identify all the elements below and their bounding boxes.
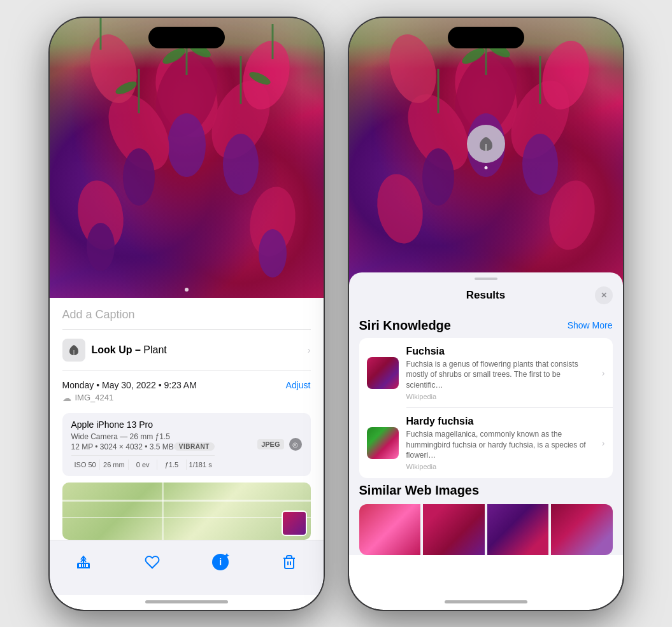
result-desc-hardy: Fuchsia magellanica, commonly known as t… <box>406 429 594 461</box>
svg-point-2 <box>168 113 206 177</box>
lookup-icon <box>62 339 85 362</box>
results-panel: Results ✕ Siri Knowledge Show More <box>349 272 623 556</box>
map-road-h2 <box>62 517 311 518</box>
web-image-3[interactable] <box>487 504 549 555</box>
camera-spec: Wide Camera — 26 mm ƒ1.5 <box>71 432 215 441</box>
date-line: Monday • May 30, 2022 • 9:23 AM Adjust <box>62 380 311 390</box>
result-desc-fuchsia: Fuchsia is a genus of flowering plants t… <box>406 359 594 391</box>
leaf-icon-large <box>477 135 495 153</box>
map-road-v <box>162 483 164 540</box>
close-icon: ✕ <box>601 291 607 300</box>
delete-button[interactable] <box>275 548 303 576</box>
exif-focal: 26 mm <box>100 460 129 470</box>
result-item-hardy[interactable]: Hardy fuchsia Fuchsia magellanica, commo… <box>359 408 613 478</box>
info-icon-container: i ✦ <box>212 554 229 570</box>
filename-text: IMG_4241 <box>75 393 114 402</box>
result-chevron-fuchsia: › <box>602 368 605 378</box>
result-info-fuchsia: Fuchsia Fuchsia is a genus of flowering … <box>406 346 594 400</box>
result-source-hardy: Wikipedia <box>406 463 594 470</box>
photo-info-section: Add a Caption Look Up – Plant › <box>50 298 324 540</box>
siri-dot <box>484 166 487 169</box>
heart-icon <box>145 554 160 570</box>
lookup-chevron-icon: › <box>308 345 311 355</box>
exif-row: ISO 50 26 mm 0 ev ƒ1.5 1/181 s <box>71 455 215 470</box>
info-button[interactable]: i ✦ <box>206 548 234 576</box>
result-item-fuchsia[interactable]: Fuchsia Fuchsia is a genus of flowering … <box>359 338 613 408</box>
sparkle-icon: ✦ <box>224 551 232 560</box>
result-chevron-hardy: › <box>602 438 605 448</box>
date-text: Monday • May 30, 2022 • 9:23 AM <box>62 380 197 390</box>
lookup-row[interactable]: Look Up – Plant › <box>62 330 311 371</box>
device-row: Apple iPhone 13 Pro Wide Camera — 26 mm … <box>62 413 311 476</box>
result-name-fuchsia: Fuchsia <box>406 346 594 357</box>
flower-svg-overlay <box>50 18 324 298</box>
result-source-fuchsia: Wikipedia <box>406 393 594 400</box>
siri-lookup-button[interactable] <box>467 125 505 163</box>
share-icon <box>76 554 91 570</box>
adjust-button[interactable]: Adjust <box>286 380 311 390</box>
results-header: Results ✕ <box>349 280 623 312</box>
phones-container: Add a Caption Look Up – Plant › <box>50 18 623 610</box>
caption-field[interactable]: Add a Caption <box>62 298 311 330</box>
format-badge: JPEG <box>257 439 283 449</box>
trash-icon <box>282 554 297 570</box>
home-bar-2 <box>445 600 527 603</box>
results-card: Fuchsia Fuchsia is a genus of flowering … <box>359 338 613 479</box>
web-images-title: Similar Web Images <box>359 483 613 498</box>
fuchsia-image <box>367 357 399 389</box>
device-badges: JPEG ◎ <box>257 438 301 451</box>
home-bar-1 <box>145 600 228 603</box>
web-image-4[interactable] <box>551 504 613 555</box>
result-thumb-hardy <box>367 427 399 459</box>
web-image-1[interactable] <box>359 504 421 555</box>
dynamic-island-2 <box>448 27 524 48</box>
svg-point-38 <box>543 176 599 253</box>
web-image-2[interactable] <box>423 504 485 555</box>
result-name-hardy: Hardy fuchsia <box>406 416 594 427</box>
dynamic-island-1 <box>148 27 225 48</box>
result-info-hardy: Hardy fuchsia Fuchsia magellanica, commo… <box>406 416 594 470</box>
hardy-image <box>367 427 399 459</box>
exif-iso: ISO 50 <box>71 460 100 470</box>
favorite-button[interactable] <box>138 548 166 576</box>
device-name: Apple iPhone 13 Pro <box>71 419 215 430</box>
map-preview[interactable] <box>62 483 311 540</box>
close-button[interactable]: ✕ <box>595 286 613 304</box>
lookup-subject: Plant <box>143 344 166 355</box>
svg-point-10 <box>87 223 115 271</box>
page-indicator <box>185 288 189 292</box>
web-images-row <box>359 504 613 555</box>
similar-web-images-section: Similar Web Images <box>349 483 623 555</box>
result-thumb-fuchsia <box>367 357 399 389</box>
camera-spec2: 12 MP • 3024 × 4032 • 3.5 MB VIBRANT <box>71 442 215 451</box>
lookup-text: Look Up – Plant <box>92 344 167 356</box>
camera-small-icon: ◎ <box>289 438 302 451</box>
show-more-button[interactable]: Show More <box>568 320 613 330</box>
megapixels-text: 12 MP • 3024 × 4032 • 3.5 MB <box>71 442 174 451</box>
map-thumb-img <box>283 512 306 535</box>
results-title: Results <box>377 289 595 302</box>
photo-display-1[interactable] <box>50 18 324 298</box>
phone-2-screen: Results ✕ Siri Knowledge Show More <box>349 18 623 610</box>
siri-knowledge-title: Siri Knowledge <box>359 318 451 333</box>
exif-shutter: 1/181 s <box>187 460 215 470</box>
caption-placeholder: Add a Caption <box>62 308 135 321</box>
map-thumbnail <box>282 511 307 536</box>
exif-aperture: ƒ1.5 <box>157 460 186 470</box>
map-road-h <box>62 500 311 502</box>
leaf-icon <box>68 344 80 356</box>
svg-point-12 <box>259 229 287 278</box>
share-button[interactable] <box>69 548 97 576</box>
siri-knowledge-header: Siri Knowledge Show More <box>349 312 623 338</box>
quality-badge: VIBRANT <box>174 442 215 451</box>
svg-point-6 <box>223 134 259 195</box>
phone-2: Results ✕ Siri Knowledge Show More <box>349 18 623 610</box>
date-row: Monday • May 30, 2022 • 9:23 AM Adjust ☁… <box>62 371 311 405</box>
photo-display-2[interactable] <box>349 18 623 285</box>
device-info: Apple iPhone 13 Pro Wide Camera — 26 mm … <box>71 419 215 470</box>
svg-point-34 <box>522 134 558 195</box>
svg-point-32 <box>422 148 454 206</box>
phone-1: Add a Caption Look Up – Plant › <box>50 18 324 610</box>
svg-point-4 <box>123 148 155 206</box>
filename-line: ☁ IMG_4241 <box>62 393 311 403</box>
